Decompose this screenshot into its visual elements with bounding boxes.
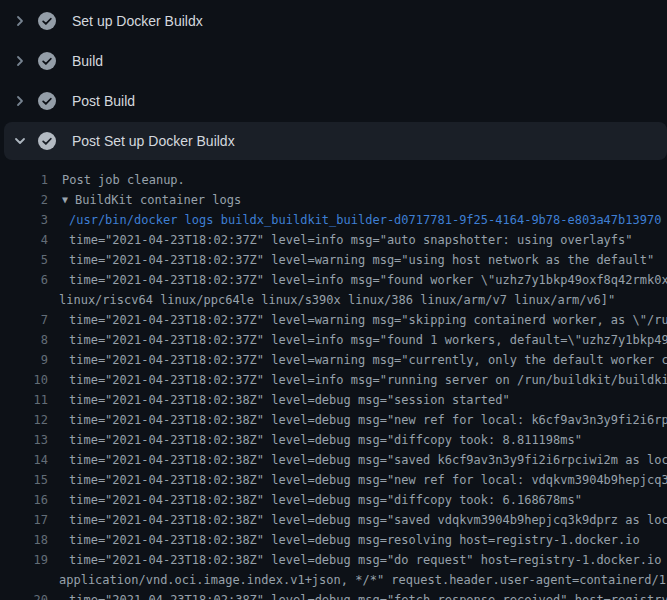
log-line: 1Post job cleanup. xyxy=(0,170,667,190)
step-header-build[interactable]: Build xyxy=(0,41,667,81)
log-line: 12time="2021-04-23T18:02:38Z" level=debu… xyxy=(0,410,667,430)
chevron-right-icon[interactable] xyxy=(12,13,28,29)
log-line-text: linux/riscv64 linux/ppc64le linux/s390x … xyxy=(48,290,615,310)
log-line-text: time="2021-04-23T18:02:38Z" level=debug … xyxy=(48,450,667,470)
log-line-number[interactable]: 6 xyxy=(0,270,48,290)
log-line: 5time="2021-04-23T18:02:37Z" level=warni… xyxy=(0,250,667,270)
workflow-log-viewer: Set up Docker Buildx Build Post Build xyxy=(0,0,667,600)
log-line: 9time="2021-04-23T18:02:37Z" level=warni… xyxy=(0,350,667,370)
log-line: 20time="2021-04-23T18:02:38Z" level=debu… xyxy=(0,590,667,600)
log-area: 1Post job cleanup.2▼BuildKit container l… xyxy=(0,161,667,600)
log-line: 3/usr/bin/docker logs buildx_buildkit_bu… xyxy=(0,210,667,230)
log-line: 17time="2021-04-23T18:02:38Z" level=debu… xyxy=(0,510,667,530)
check-circle-icon xyxy=(38,132,56,150)
log-line-number[interactable]: 8 xyxy=(0,330,48,350)
step-header-post-setup-docker-buildx[interactable]: Post Set up Docker Buildx xyxy=(4,122,667,160)
log-line-text: time="2021-04-23T18:02:38Z" level=debug … xyxy=(48,530,640,550)
log-line-number[interactable]: 9 xyxy=(0,350,48,370)
log-line-number[interactable]: 19 xyxy=(0,550,48,570)
log-line: 18time="2021-04-23T18:02:38Z" level=debu… xyxy=(0,530,667,550)
log-line-number[interactable]: 18 xyxy=(0,530,48,550)
log-line-text: time="2021-04-23T18:02:37Z" level=warnin… xyxy=(48,310,667,330)
check-circle-icon xyxy=(38,92,56,110)
log-line-text: time="2021-04-23T18:02:37Z" level=info m… xyxy=(48,370,667,390)
log-line: 6time="2021-04-23T18:02:37Z" level=info … xyxy=(0,270,667,290)
log-line: 16time="2021-04-23T18:02:38Z" level=debu… xyxy=(0,490,667,510)
log-line-text: time="2021-04-23T18:02:38Z" level=debug … xyxy=(48,590,667,600)
log-line: 2▼BuildKit container logs xyxy=(0,190,667,210)
log-line: 11time="2021-04-23T18:02:38Z" level=debu… xyxy=(0,390,667,410)
log-line-number[interactable]: 17 xyxy=(0,510,48,530)
group-toggle-icon[interactable]: ▼ xyxy=(48,190,68,210)
log-line: 4time="2021-04-23T18:02:37Z" level=info … xyxy=(0,230,667,250)
log-line-text: time="2021-04-23T18:02:37Z" level=info m… xyxy=(48,230,633,250)
log-line-number xyxy=(0,290,48,310)
log-line: linux/riscv64 linux/ppc64le linux/s390x … xyxy=(0,290,667,310)
log-line-number[interactable]: 16 xyxy=(0,490,48,510)
log-line-text: time="2021-04-23T18:02:38Z" level=debug … xyxy=(48,410,667,430)
chevron-right-icon[interactable] xyxy=(12,93,28,109)
log-line: application/vnd.oci.image.index.v1+json,… xyxy=(0,570,667,590)
log-line-number[interactable]: 4 xyxy=(0,230,48,250)
log-line-text: time="2021-04-23T18:02:37Z" level=info m… xyxy=(48,270,667,290)
log-line: 8time="2021-04-23T18:02:37Z" level=info … xyxy=(0,330,667,350)
log-line-number[interactable]: 13 xyxy=(0,430,48,450)
chevron-right-icon[interactable] xyxy=(12,53,28,69)
log-line-number[interactable]: 12 xyxy=(0,410,48,430)
log-line: 14time="2021-04-23T18:02:38Z" level=debu… xyxy=(0,450,667,470)
step-header-post-build[interactable]: Post Build xyxy=(0,81,667,121)
log-line-text: time="2021-04-23T18:02:38Z" level=debug … xyxy=(48,470,667,490)
log-line-number[interactable]: 14 xyxy=(0,450,48,470)
log-line: 13time="2021-04-23T18:02:38Z" level=debu… xyxy=(0,430,667,450)
log-line: 15time="2021-04-23T18:02:38Z" level=debu… xyxy=(0,470,667,490)
log-line-number[interactable]: 11 xyxy=(0,390,48,410)
log-line-text: time="2021-04-23T18:02:38Z" level=debug … xyxy=(48,550,667,570)
chevron-down-icon[interactable] xyxy=(12,133,28,149)
log-line-number[interactable]: 1 xyxy=(0,170,48,190)
check-circle-icon xyxy=(38,12,56,30)
step-label: Post Set up Docker Buildx xyxy=(72,133,235,149)
log-line-text: Post job cleanup. xyxy=(48,170,185,190)
log-line: 10time="2021-04-23T18:02:37Z" level=info… xyxy=(0,370,667,390)
log-line-text: time="2021-04-23T18:02:38Z" level=debug … xyxy=(48,510,667,530)
log-line: 19time="2021-04-23T18:02:38Z" level=debu… xyxy=(0,550,667,570)
log-line-number[interactable]: 5 xyxy=(0,250,48,270)
log-line-text: time="2021-04-23T18:02:38Z" level=debug … xyxy=(48,490,582,510)
log-line-number[interactable]: 20 xyxy=(0,590,48,600)
log-line-number[interactable]: 2 xyxy=(0,190,48,210)
log-line-text: time="2021-04-23T18:02:37Z" level=info m… xyxy=(48,330,667,350)
log-line: 7time="2021-04-23T18:02:37Z" level=warni… xyxy=(0,310,667,330)
log-command-text: /usr/bin/docker logs buildx_buildkit_bui… xyxy=(48,210,661,230)
step-label: Build xyxy=(72,53,103,69)
log-line-number[interactable]: 7 xyxy=(0,310,48,330)
step-label: Set up Docker Buildx xyxy=(72,13,203,29)
log-line-number xyxy=(0,570,48,590)
check-circle-icon xyxy=(38,52,56,70)
log-line-number[interactable]: 10 xyxy=(0,370,48,390)
log-line-text: application/vnd.oci.image.index.v1+json,… xyxy=(48,570,667,590)
steps-list: Set up Docker Buildx Build Post Build xyxy=(0,0,667,160)
log-line-number[interactable]: 3 xyxy=(0,210,48,230)
log-group-title[interactable]: BuildKit container logs xyxy=(68,190,241,210)
log-line-number[interactable]: 15 xyxy=(0,470,48,490)
step-header-setup-docker-buildx[interactable]: Set up Docker Buildx xyxy=(0,1,667,41)
log-line-text: time="2021-04-23T18:02:37Z" level=warnin… xyxy=(48,250,654,270)
step-label: Post Build xyxy=(72,93,135,109)
log-line-text: time="2021-04-23T18:02:38Z" level=debug … xyxy=(48,430,582,450)
log-line-text: time="2021-04-23T18:02:37Z" level=warnin… xyxy=(48,350,667,370)
log-line-text: time="2021-04-23T18:02:38Z" level=debug … xyxy=(48,390,510,410)
